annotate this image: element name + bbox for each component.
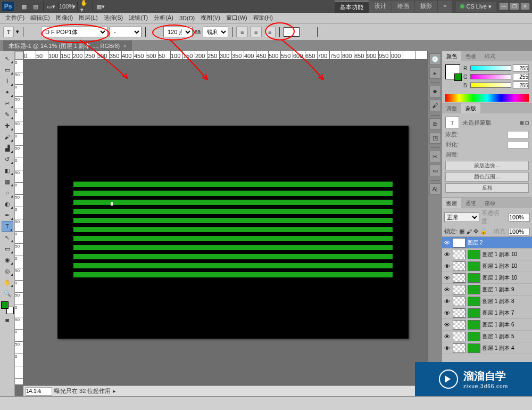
tab-color[interactable]: 颜色 bbox=[442, 51, 461, 61]
tab-channels[interactable]: 通道 bbox=[461, 198, 480, 208]
tab-swatches[interactable]: 色板 bbox=[461, 51, 480, 61]
workspace-switcher[interactable]: 基本功能 设计 绘画 摄影 » bbox=[335, 1, 452, 13]
layer-name[interactable]: 图层 1 副本 10 bbox=[483, 274, 517, 282]
document-canvas[interactable] bbox=[57, 126, 409, 339]
close-button[interactable]: ✕ bbox=[520, 3, 530, 10]
foreground-swatch[interactable] bbox=[1, 301, 9, 309]
antialias-select[interactable]: 锐利 bbox=[203, 27, 228, 37]
action-icon[interactable]: ▸ bbox=[429, 67, 441, 79]
visibility-icon[interactable]: 👁 bbox=[443, 333, 451, 340]
warp-icon[interactable]: ⬚ bbox=[303, 27, 312, 37]
eraser-tool[interactable]: ◧ bbox=[2, 165, 13, 176]
tool-presets-icon[interactable]: ✂ bbox=[429, 151, 441, 162]
layer-name[interactable]: 图层 1 副本 10 bbox=[483, 263, 517, 270]
color-preview[interactable] bbox=[445, 64, 460, 79]
layer-name[interactable]: 图层 1 副本 5 bbox=[483, 333, 514, 340]
invert-button[interactable]: 反相 bbox=[445, 183, 529, 193]
comps-icon[interactable]: ▭ bbox=[429, 165, 441, 176]
3d-tool[interactable]: ◉ bbox=[2, 255, 13, 265]
workspace-paint[interactable]: 绘画 bbox=[392, 1, 414, 13]
visibility-icon[interactable]: 👁 bbox=[443, 298, 451, 305]
layer-row[interactable]: 👁图层 1 副本 10 bbox=[442, 272, 532, 284]
font-style-select[interactable]: - bbox=[110, 27, 142, 37]
visibility-icon[interactable]: 👁 bbox=[443, 263, 451, 270]
cancel-icon[interactable]: ⊘ bbox=[504, 27, 514, 37]
workspace-essentials[interactable]: 基本功能 bbox=[335, 1, 369, 13]
layer-row[interactable]: 👁图层 1 副本 10 bbox=[442, 249, 532, 260]
layer-name[interactable]: 图层 1 副本 10 bbox=[483, 251, 517, 258]
visibility-icon[interactable]: 👁 bbox=[443, 309, 451, 317]
lasso-tool[interactable]: ⌇ bbox=[2, 76, 13, 86]
clone-icon[interactable]: ⧉ bbox=[429, 118, 441, 130]
minimize-button[interactable]: — bbox=[499, 3, 509, 10]
visibility-icon[interactable]: 👁 bbox=[443, 321, 451, 329]
opacity-input[interactable] bbox=[509, 213, 530, 222]
layer-row[interactable]: 👁图层 1 副本 9 bbox=[442, 284, 532, 296]
color-range-button[interactable]: 颜色范围... bbox=[445, 172, 529, 182]
brush-preset-icon[interactable]: 🖌 bbox=[429, 100, 441, 111]
b-input[interactable] bbox=[513, 81, 529, 89]
hand-icon[interactable]: ✋▾ bbox=[80, 2, 90, 11]
canvas-area[interactable]: 0501001502002503003504004505005010015020… bbox=[15, 51, 428, 396]
blur-tool[interactable]: ○ bbox=[2, 187, 13, 198]
layer-row[interactable]: 👁图层 1 副本 4 bbox=[442, 342, 532, 354]
zoom-tool[interactable]: 🔍 bbox=[2, 288, 13, 299]
zoom-input[interactable] bbox=[26, 387, 52, 396]
brush-tool[interactable]: 🖌 bbox=[2, 132, 13, 142]
align-left-button[interactable]: ≡ bbox=[236, 27, 248, 37]
r-slider[interactable] bbox=[470, 65, 511, 71]
align-right-button[interactable]: ≡ bbox=[264, 27, 276, 37]
hand-tool[interactable]: ✋ bbox=[2, 277, 13, 288]
tool-preset[interactable]: T bbox=[3, 27, 14, 37]
align-center-button[interactable]: ≡ bbox=[250, 27, 262, 37]
path-select-tool[interactable]: ↖ bbox=[2, 232, 13, 243]
move-tool[interactable]: ↖ bbox=[2, 53, 13, 64]
g-input[interactable] bbox=[513, 73, 529, 80]
char-panel-icon[interactable]: ▤ bbox=[322, 27, 332, 37]
crop-tool[interactable]: ✂ bbox=[2, 98, 13, 109]
visibility-icon[interactable]: 👁 bbox=[443, 345, 451, 352]
workspace-design[interactable]: 设计 bbox=[369, 1, 392, 13]
commit-icon[interactable]: ✓ bbox=[518, 27, 528, 37]
layer-name[interactable]: 图层 1 副本 7 bbox=[483, 309, 514, 317]
lock-trans-icon[interactable]: ▦ bbox=[459, 228, 464, 235]
r-input[interactable] bbox=[513, 64, 529, 72]
menu-layer[interactable]: 图层(L) bbox=[77, 13, 99, 23]
layer-list[interactable]: 👁T图层 2👁图层 1 副本 10👁图层 1 副本 10👁图层 1 副本 10👁… bbox=[442, 237, 532, 354]
lock-pos-icon[interactable]: ✥ bbox=[473, 228, 478, 235]
pen-tool[interactable]: ✒ bbox=[2, 210, 13, 220]
minibridge-icon[interactable]: ▤ bbox=[31, 2, 40, 11]
fill-input[interactable] bbox=[509, 228, 530, 235]
cs-live[interactable]: CS Live▾ bbox=[456, 2, 496, 12]
workspace-more[interactable]: » bbox=[438, 1, 452, 13]
screenmode-icon[interactable]: ▭▾ bbox=[46, 2, 56, 11]
dodge-tool[interactable]: ◐ bbox=[2, 199, 13, 209]
layer-row[interactable]: 👁图层 1 副本 5 bbox=[442, 331, 532, 342]
arrange-icon[interactable]: ▦▾ bbox=[96, 2, 105, 11]
tab-styles[interactable]: 样式 bbox=[480, 51, 500, 61]
quickmask-toggle[interactable]: ◙ bbox=[2, 315, 13, 325]
mask-edge-button[interactable]: 蒙版边缘... bbox=[445, 161, 529, 170]
wand-tool[interactable]: ✦ bbox=[2, 87, 13, 97]
color-swatches[interactable] bbox=[1, 301, 14, 314]
layer-row[interactable]: 👁图层 1 副本 10 bbox=[442, 260, 532, 272]
g-slider[interactable] bbox=[470, 74, 511, 79]
ruler-vertical[interactable]: 0500500500500500500500500500500500500 bbox=[15, 60, 23, 384]
brush-settings-icon[interactable]: ✸ bbox=[429, 86, 441, 97]
nav-icon[interactable]: ◳ bbox=[429, 132, 441, 144]
b-slider[interactable] bbox=[470, 83, 511, 88]
visibility-icon[interactable]: 👁 bbox=[443, 274, 451, 282]
layer-row[interactable]: 👁图层 1 副本 8 bbox=[442, 296, 532, 307]
layer-row[interactable]: 👁图层 1 副本 6 bbox=[442, 319, 532, 331]
lock-paint-icon[interactable]: 🖌 bbox=[466, 228, 472, 235]
menu-edit[interactable]: 编辑(E) bbox=[28, 13, 52, 23]
char-icon[interactable]: A| bbox=[429, 183, 441, 195]
zoom-level[interactable]: 100% bbox=[62, 2, 71, 11]
tab-adjust[interactable]: 调整 bbox=[442, 103, 461, 113]
layer-name[interactable]: 图层 1 副本 8 bbox=[483, 298, 514, 305]
tab-mask[interactable]: 蒙版 bbox=[461, 103, 480, 113]
marquee-tool[interactable]: ▭ bbox=[2, 64, 13, 75]
menu-select[interactable]: 选择(S) bbox=[102, 13, 126, 23]
menu-window[interactable]: 窗口(W) bbox=[224, 13, 250, 23]
menu-help[interactable]: 帮助(H) bbox=[251, 13, 275, 23]
